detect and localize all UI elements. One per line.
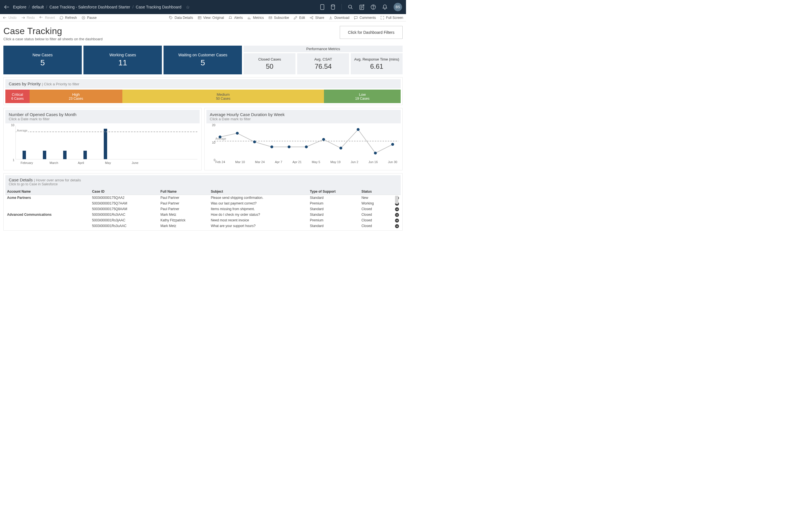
bell-icon[interactable] [382, 4, 388, 10]
metrics-button[interactable]: Metrics [247, 16, 264, 20]
col-header[interactable]: Status [360, 188, 388, 195]
bar-April[interactable] [63, 151, 66, 159]
line-chart[interactable]: 20100 Average Feb 24Mar 10Mar 24Apr 7Apr… [206, 123, 401, 168]
bar-June[interactable] [104, 129, 107, 159]
priority-bar: Critical6 CasesHigh23 CasesMedium50 Case… [5, 90, 401, 103]
metric-label: Avg. Response Time (mins) [354, 57, 399, 61]
svg-point-11 [310, 17, 311, 18]
col-header[interactable]: Type of Support [308, 188, 360, 195]
status-card-new[interactable]: New Cases 5 [3, 46, 82, 74]
search-icon[interactable] [348, 4, 353, 10]
line-point[interactable] [288, 145, 290, 148]
arrow-right-icon[interactable]: ➔ [395, 219, 399, 223]
line-point[interactable] [236, 132, 239, 135]
line-point[interactable] [253, 140, 256, 144]
bar-March[interactable] [43, 151, 46, 159]
avatar[interactable]: BS [394, 3, 402, 11]
table-row[interactable]: 5003i00000175Q8AAMPaul PartnerItems miss… [5, 206, 401, 212]
line-point[interactable] [305, 145, 308, 148]
details-title: Case Details [9, 177, 33, 182]
share-button[interactable]: Share [310, 16, 324, 20]
priority-low[interactable]: Low19 Cases [324, 90, 401, 103]
pause-icon [82, 16, 86, 20]
status-card-label: Waiting on Customer Cases [178, 53, 227, 57]
bar-May[interactable] [84, 151, 87, 159]
metric-card-csat[interactable]: Avg. CSAT 76.54 [297, 53, 349, 74]
help-icon[interactable] [370, 4, 376, 10]
arrow-left-icon [4, 5, 10, 9]
scrollbar-thumb[interactable] [395, 196, 398, 204]
line-point[interactable] [374, 152, 377, 154]
data-details-button[interactable]: Data Details [169, 16, 193, 20]
metric-card-response[interactable]: Avg. Response Time (mins) 6.61 [351, 53, 403, 74]
refresh-icon [59, 16, 63, 20]
page-subtitle: Click a case status below to filter all … [3, 37, 103, 41]
arrow-right-icon[interactable]: ➔ [395, 224, 399, 228]
status-card-value: 5 [201, 58, 205, 67]
svg-point-12 [312, 16, 313, 17]
arrow-right-icon[interactable]: ➔ [395, 207, 399, 211]
bar-February[interactable] [22, 151, 26, 159]
fullscreen-icon [380, 16, 384, 20]
priority-critical[interactable]: Critical6 Cases [5, 90, 30, 103]
crumb-explore[interactable]: Explore [13, 5, 26, 9]
avg-label: Average [16, 129, 28, 132]
pause-button[interactable]: Pause [82, 16, 97, 20]
line-point[interactable] [340, 147, 342, 150]
favorite-star-icon[interactable]: ☆ [186, 4, 190, 10]
svg-point-4 [363, 4, 364, 6]
edit-button[interactable]: Edit [294, 16, 305, 20]
back-button[interactable] [4, 5, 10, 9]
dashboard-filters-button[interactable]: Click for Dashboard Filters [340, 26, 403, 39]
status-card-waiting[interactable]: Waiting on Customer Cases 5 [163, 46, 242, 74]
table-row[interactable]: 5003i000001Rs3uAACMark MetzWhat are your… [5, 223, 401, 229]
col-header[interactable]: Account Name [5, 188, 91, 195]
table-row[interactable]: Acme Partners5003i00000175QAA2Paul Partn… [5, 195, 401, 201]
status-cards-row: New Cases 5 Working Cases 11 Waiting on … [3, 46, 403, 74]
device-icon[interactable] [320, 4, 324, 10]
col-header[interactable]: Case ID [91, 188, 159, 195]
metric-card-closed[interactable]: Closed Cases 50 [244, 53, 296, 74]
list-icon[interactable] [359, 4, 364, 10]
arrow-right-icon[interactable]: ➔ [395, 213, 399, 217]
priority-medium[interactable]: Medium50 Cases [122, 90, 324, 103]
chart-hint: Click a Date mark to filter [9, 117, 196, 121]
col-header[interactable]: Subject [209, 188, 308, 195]
line-point[interactable] [322, 138, 325, 141]
datasource-icon[interactable] [331, 4, 335, 10]
refresh-button[interactable]: Refresh [59, 16, 77, 20]
metric-label: Avg. CSAT [314, 57, 332, 61]
priority-high[interactable]: High23 Cases [30, 90, 122, 103]
redo-icon [21, 16, 25, 20]
week-chart-panel: Average Hourly Case Duration by Week Cli… [204, 108, 403, 170]
redo-button[interactable]: Redo [21, 16, 35, 20]
download-button[interactable]: Download [329, 16, 349, 20]
metric-label: Closed Cases [258, 57, 281, 61]
status-card-label: New Cases [33, 53, 53, 57]
case-table: Account NameCase IDFull NameSubjectType … [5, 188, 401, 229]
crumb-workbook[interactable]: Case Tracking - Salesforce Dashboard Sta… [49, 5, 130, 9]
line-point[interactable] [270, 145, 273, 148]
alerts-button[interactable]: Alerts [229, 16, 243, 20]
details-sub: Click to go to Case in Salesforce [9, 182, 397, 186]
subscribe-button[interactable]: Subscribe [268, 16, 289, 20]
status-card-working[interactable]: Working Cases 11 [84, 46, 162, 74]
view-button[interactable]: View: Original [198, 16, 224, 20]
comments-button[interactable]: Comments [354, 16, 376, 20]
crumb-default[interactable]: default [32, 5, 44, 9]
svg-point-7 [82, 16, 85, 19]
bar-chart[interactable]: 101 Average FebruaryMarchAprilMayJune [5, 123, 200, 168]
undo-button[interactable]: Undo [3, 16, 17, 20]
fullscreen-button[interactable]: Full Screen [380, 16, 403, 20]
revert-button[interactable]: Revert [39, 16, 55, 20]
line-point[interactable] [391, 143, 394, 146]
dashboard-body: Case Tracking Click a case status below … [0, 21, 406, 232]
chart-hint: Click a Date mark to filter [210, 117, 397, 121]
line-point[interactable] [218, 135, 221, 138]
table-row[interactable]: 5003i000001Rs3jAACKathy FitzpatrickNeed … [5, 217, 401, 223]
col-header[interactable]: Full Name [159, 188, 209, 195]
line-point[interactable] [357, 128, 359, 131]
case-details-panel: Case Details | Hover over arrow for deta… [3, 173, 403, 231]
table-row[interactable]: 5003i00000175Q7AAMPaul PartnerWas our la… [5, 201, 401, 206]
table-row[interactable]: Advanced Communications5003i000001Rs3iAA… [5, 212, 401, 217]
